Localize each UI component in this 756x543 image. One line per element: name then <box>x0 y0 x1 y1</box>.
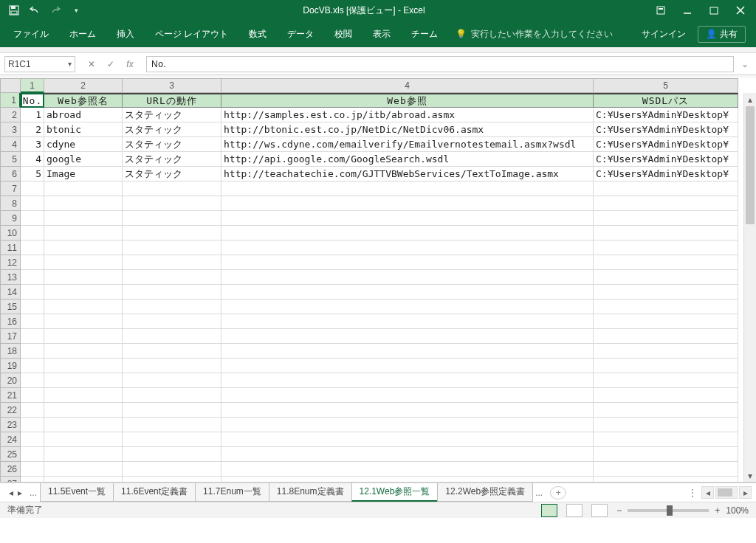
row-header[interactable]: 11 <box>0 241 21 255</box>
cell-url-action[interactable]: スタティック <box>123 137 221 152</box>
sheet-tab[interactable]: 11.5Event一覧 <box>40 483 114 502</box>
empty-cell[interactable] <box>44 285 123 300</box>
empty-cell[interactable] <box>221 462 594 477</box>
empty-cell[interactable] <box>123 211 221 226</box>
empty-cell[interactable] <box>221 477 594 483</box>
row-header[interactable]: 16 <box>0 314 21 329</box>
sheet-nav-next-icon[interactable]: ▸ <box>18 488 22 498</box>
empty-cell[interactable] <box>221 211 594 226</box>
row-header[interactable]: 8 <box>0 196 21 211</box>
empty-cell[interactable] <box>221 300 594 314</box>
row-header[interactable]: 24 <box>0 432 21 447</box>
cell-name[interactable]: abroad <box>44 108 123 122</box>
leading-tabs-overflow[interactable]: ... <box>27 488 40 498</box>
table-header-cell[interactable]: WSDLパス <box>594 93 738 108</box>
empty-cell[interactable] <box>594 300 738 314</box>
row-header[interactable]: 9 <box>0 211 21 226</box>
ribbon-tab[interactable]: ホーム <box>59 24 106 45</box>
cell-web-ref[interactable]: http://api.google.com/GoogleSearch.wsdl <box>221 152 594 167</box>
zoom-level[interactable]: 100% <box>726 505 749 516</box>
empty-cell[interactable] <box>21 344 44 359</box>
empty-cell[interactable] <box>21 226 44 241</box>
table-header-cell[interactable]: No. <box>21 93 44 108</box>
empty-cell[interactable] <box>21 329 44 344</box>
close-icon[interactable] <box>735 5 746 15</box>
empty-cell[interactable] <box>44 270 123 285</box>
empty-cell[interactable] <box>21 418 44 432</box>
empty-cell[interactable] <box>123 329 221 344</box>
sheet-tab[interactable]: 11.7Enum一覧 <box>195 483 269 502</box>
chevron-down-icon[interactable]: ▾ <box>68 60 72 68</box>
ribbon-tab[interactable]: チーム <box>401 24 448 45</box>
row-header[interactable]: 4 <box>0 137 21 152</box>
scroll-left-icon[interactable]: ◂ <box>701 486 714 499</box>
cell-wsdl[interactable]: C:¥Users¥Admin¥Desktop¥ <box>594 167 738 181</box>
cell-url-action[interactable]: スタティック <box>123 108 221 122</box>
row-header[interactable]: 27 <box>0 477 21 483</box>
cell-url-action[interactable]: スタティック <box>123 152 221 167</box>
normal-view-button[interactable] <box>541 504 557 517</box>
empty-cell[interactable] <box>123 285 221 300</box>
empty-cell[interactable] <box>123 241 221 255</box>
trailing-tabs-overflow[interactable]: ... <box>532 488 546 498</box>
empty-cell[interactable] <box>123 300 221 314</box>
empty-cell[interactable] <box>221 418 594 432</box>
row-header[interactable]: 20 <box>0 373 21 388</box>
empty-cell[interactable] <box>44 344 123 359</box>
ribbon-tab[interactable]: 挿入 <box>106 24 145 45</box>
empty-cell[interactable] <box>123 314 221 329</box>
empty-cell[interactable] <box>123 270 221 285</box>
sheet-tab[interactable]: 12.2Web参照定義書 <box>437 483 533 502</box>
scroll-down-icon[interactable]: ▾ <box>744 469 756 482</box>
empty-cell[interactable] <box>123 388 221 403</box>
ribbon-tab[interactable]: 校閲 <box>324 24 362 45</box>
empty-cell[interactable] <box>221 344 594 359</box>
empty-cell[interactable] <box>221 270 594 285</box>
row-header[interactable]: 21 <box>0 388 21 403</box>
row-header[interactable]: 18 <box>0 344 21 359</box>
empty-cell[interactable] <box>594 329 738 344</box>
empty-cell[interactable] <box>221 359 594 373</box>
empty-cell[interactable] <box>21 432 44 447</box>
empty-cell[interactable] <box>44 447 123 462</box>
row-header[interactable]: 23 <box>0 418 21 432</box>
save-icon[interactable] <box>7 4 21 17</box>
cell-no[interactable]: 1 <box>21 108 44 122</box>
empty-cell[interactable] <box>594 373 738 388</box>
empty-cell[interactable] <box>44 359 123 373</box>
empty-cell[interactable] <box>123 226 221 241</box>
ribbon-tab[interactable]: ファイル <box>3 24 59 45</box>
empty-cell[interactable] <box>221 388 594 403</box>
empty-cell[interactable] <box>123 196 221 211</box>
empty-cell[interactable] <box>21 270 44 285</box>
empty-cell[interactable] <box>44 226 123 241</box>
cell-name[interactable]: Image <box>44 167 123 181</box>
undo-icon[interactable] <box>28 4 41 17</box>
empty-cell[interactable] <box>44 418 123 432</box>
empty-cell[interactable] <box>594 211 738 226</box>
zoom-in-button[interactable]: + <box>715 505 720 516</box>
splitter-handle[interactable]: ⋮ <box>685 488 700 498</box>
empty-cell[interactable] <box>594 314 738 329</box>
empty-cell[interactable] <box>594 270 738 285</box>
row-header[interactable]: 22 <box>0 403 21 418</box>
empty-cell[interactable] <box>221 373 594 388</box>
empty-cell[interactable] <box>594 418 738 432</box>
cell-no[interactable]: 4 <box>21 152 44 167</box>
empty-cell[interactable] <box>44 255 123 270</box>
cell-web-ref[interactable]: http://teachatechie.com/GJTTVBWebService… <box>221 167 594 181</box>
empty-cell[interactable] <box>123 403 221 418</box>
empty-cell[interactable] <box>123 255 221 270</box>
hscroll-thumb[interactable] <box>718 488 732 497</box>
customize-qat-icon[interactable]: ▾ <box>69 4 83 17</box>
cell-wsdl[interactable]: C:¥Users¥Admin¥Desktop¥ <box>594 122 738 137</box>
empty-cell[interactable] <box>594 432 738 447</box>
ribbon-tab[interactable]: ページ レイアウト <box>145 24 238 45</box>
horizontal-scrollbar[interactable]: ⋮ ◂ ▸ <box>685 486 752 499</box>
fx-icon[interactable]: fx <box>124 59 136 69</box>
ribbon-tab[interactable]: 数式 <box>238 24 277 45</box>
empty-cell[interactable] <box>123 432 221 447</box>
empty-cell[interactable] <box>594 403 738 418</box>
empty-cell[interactable] <box>44 241 123 255</box>
cell-name[interactable]: btonic <box>44 122 123 137</box>
